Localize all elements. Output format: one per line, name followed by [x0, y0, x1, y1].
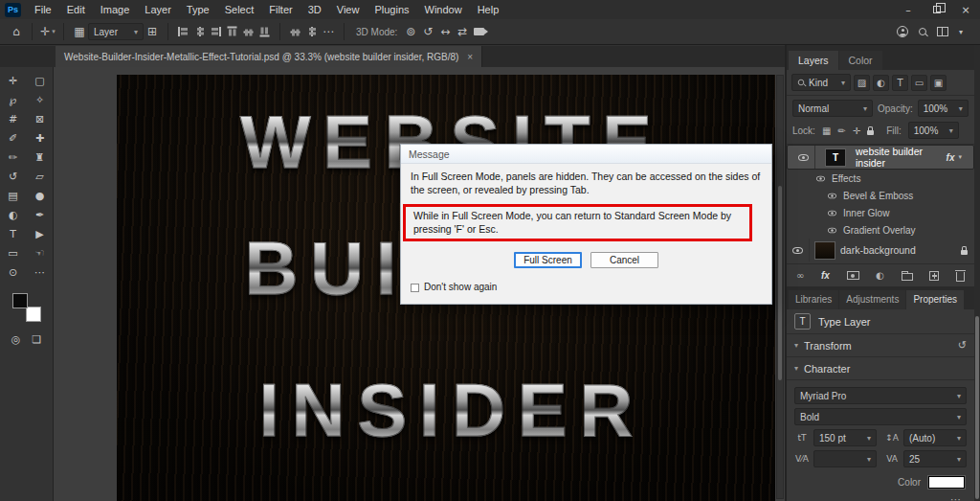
align-right-button[interactable]: [211, 27, 221, 36]
add-adjustment-layer-button[interactable]: ◐: [876, 270, 884, 281]
new-group-button[interactable]: [902, 273, 913, 281]
3d-slide-button[interactable]: ⇄: [454, 22, 471, 41]
menu-item[interactable]: Window: [417, 0, 470, 19]
add-layer-style-button[interactable]: fx: [821, 270, 830, 281]
full-screen-button[interactable]: Full Screen: [514, 252, 582, 268]
type-tool[interactable]: T: [0, 225, 27, 243]
eyedropper-tool[interactable]: ✐: [0, 129, 27, 148]
show-transform-controls-button[interactable]: ⊞: [144, 22, 161, 41]
opacity-input[interactable]: 100%▾: [918, 100, 969, 117]
pen-tool[interactable]: ✒: [27, 206, 54, 224]
effect-row-gradient-overlay[interactable]: Gradient Overlay: [787, 221, 974, 239]
scrollbar-thumb[interactable]: [778, 186, 782, 380]
foreground-color-swatch[interactable]: [12, 293, 28, 308]
background-color-swatch[interactable]: [26, 307, 41, 322]
menu-item[interactable]: View: [329, 0, 368, 19]
add-layer-mask-button[interactable]: [847, 271, 859, 280]
document-tab[interactable]: Website-Builder-Insider-Metallic-Effect-…: [56, 46, 482, 67]
3d-camera-icon[interactable]: [474, 28, 484, 35]
menu-item[interactable]: Layer: [137, 0, 179, 19]
visibility-eye-icon[interactable]: [798, 154, 809, 161]
filter-smart-objects-button[interactable]: ▣: [930, 75, 947, 91]
home-button[interactable]: ⌂: [8, 22, 25, 41]
search-icon[interactable]: [919, 28, 926, 35]
image-layer-thumbnail[interactable]: [814, 241, 835, 260]
font-family-dropdown[interactable]: Myriad Pro▾: [794, 387, 967, 404]
visibility-eye-icon[interactable]: [828, 193, 836, 198]
menu-item[interactable]: Edit: [59, 0, 93, 19]
frame-tool[interactable]: ⊠: [27, 110, 54, 128]
path-selection-tool[interactable]: ▶: [27, 225, 54, 243]
minimize-button[interactable]: –: [894, 0, 923, 19]
3d-pan-button[interactable]: ↔: [436, 22, 454, 41]
dodge-tool[interactable]: ◐: [0, 206, 27, 224]
tracking-input[interactable]: 25▾: [903, 450, 967, 467]
align-left-button[interactable]: [178, 27, 189, 36]
menu-item[interactable]: File: [27, 0, 59, 19]
lock-transparent-pixels-button[interactable]: ▦: [822, 125, 831, 136]
effects-row[interactable]: Effects: [787, 170, 974, 187]
lock-image-pixels-button[interactable]: ✏: [837, 125, 845, 136]
tab-adjustments[interactable]: Adjustments: [839, 290, 905, 309]
auto-select-icon[interactable]: ▦: [71, 22, 88, 41]
auto-select-dropdown[interactable]: Layer▾: [88, 23, 144, 40]
menu-item[interactable]: Image: [93, 0, 138, 19]
character-section-header[interactable]: ▾ Character: [787, 357, 974, 380]
zoom-tool[interactable]: ⊙: [0, 263, 27, 282]
kerning-input[interactable]: ▾: [813, 450, 877, 467]
link-layers-button[interactable]: ∞: [796, 270, 804, 281]
brush-tool[interactable]: ✏: [0, 148, 27, 167]
font-style-dropdown[interactable]: Bold▾: [794, 408, 967, 425]
3d-orbit-button[interactable]: ⊚: [402, 22, 419, 41]
menu-item[interactable]: Plugins: [367, 0, 416, 19]
canvas-vertical-scrollbar[interactable]: [776, 75, 784, 499]
dont-show-again-checkbox[interactable]: [411, 284, 419, 292]
tab-layers[interactable]: Layers: [789, 51, 838, 70]
close-button[interactable]: ×: [951, 0, 980, 19]
effect-row-bevel-emboss[interactable]: Bevel & Emboss: [787, 187, 974, 204]
menu-item[interactable]: Select: [217, 0, 262, 19]
tab-libraries[interactable]: Libraries: [789, 290, 838, 309]
layer-row-dark-background[interactable]: dark-background: [787, 239, 974, 262]
layer-row-website-builder-insider[interactable]: T website builder insider fx ▾: [787, 145, 974, 170]
panel-vertical-scrollbar[interactable]: [974, 45, 980, 501]
share-account-icon[interactable]: [897, 26, 908, 37]
new-layer-button[interactable]: [929, 271, 939, 281]
fill-input[interactable]: 100%▾: [908, 122, 959, 139]
delete-layer-button[interactable]: [956, 272, 965, 282]
align-center-horizontal-button[interactable]: [194, 27, 205, 36]
reset-transform-icon[interactable]: ↺: [958, 339, 967, 352]
filter-kind-dropdown[interactable]: Kind ▾: [791, 74, 851, 91]
move-tool[interactable]: ✛: [0, 72, 27, 90]
visibility-eye-icon[interactable]: [816, 175, 825, 181]
menu-item[interactable]: Type: [179, 0, 217, 19]
font-size-input[interactable]: 150 pt▾: [813, 429, 877, 446]
eraser-tool[interactable]: ▱: [27, 168, 54, 186]
edit-toolbar[interactable]: ⋯: [27, 263, 54, 282]
effect-row-inner-glow[interactable]: Inner Glow: [787, 204, 974, 221]
text-layer-thumbnail[interactable]: T: [825, 148, 846, 167]
tab-properties[interactable]: Properties: [906, 290, 964, 309]
healing-brush-tool[interactable]: ✚: [27, 129, 54, 148]
3d-roll-button[interactable]: ↺: [419, 22, 436, 41]
visibility-eye-icon[interactable]: [828, 210, 836, 216]
rectangle-tool[interactable]: ▭: [0, 244, 27, 262]
filter-type-layers-button[interactable]: T: [892, 75, 908, 91]
menu-item[interactable]: Filter: [261, 0, 300, 19]
visibility-eye-icon[interactable]: [792, 247, 803, 254]
restore-button[interactable]: [923, 0, 951, 19]
history-brush-tool[interactable]: ↺: [0, 168, 27, 186]
dialog-titlebar[interactable]: Message: [401, 145, 771, 164]
transform-section-header[interactable]: ▾ Transform ↺: [787, 334, 974, 357]
more-options-icon[interactable]: ⋯: [950, 493, 961, 501]
screen-mode-button[interactable]: ❏: [32, 333, 41, 346]
filter-pixel-layers-button[interactable]: ▨: [854, 75, 870, 91]
menu-item[interactable]: 3D: [301, 0, 329, 19]
blur-tool[interactable]: ●: [27, 187, 54, 205]
align-options-button[interactable]: ⋯: [320, 22, 337, 41]
cancel-button[interactable]: Cancel: [590, 252, 658, 268]
lasso-tool[interactable]: ℘: [0, 91, 27, 109]
filter-shape-layers-button[interactable]: ▭: [911, 75, 927, 91]
chevron-down-icon[interactable]: ▾: [958, 153, 962, 161]
tool-preset-button[interactable]: ✛▾: [39, 22, 56, 41]
